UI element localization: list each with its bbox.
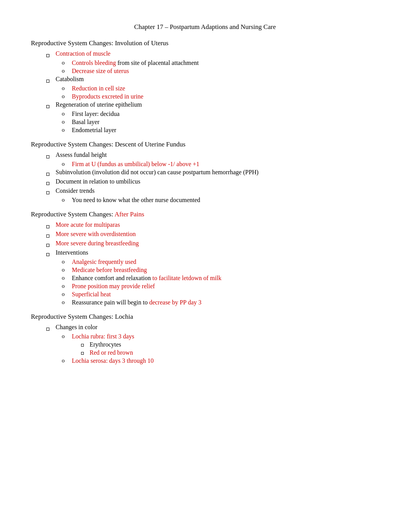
sub-symbol: o [62,93,70,100]
subsub-symbol [81,350,88,356]
sub-symbol: o [62,85,70,92]
sub-item-2-3-0: oAnalgesic frequently used [31,258,379,265]
subsub-item-3-0-0-0: Erythrocytes [31,341,379,348]
sub-text-0-2-2: Endometrial layer [72,127,379,134]
sub-text-2-3-2: Enhance comfort and relaxation to facili… [72,275,379,282]
sub-text-2-3-1: Medicate before breastfeeding [72,267,379,274]
sub-item-2-3-5: oReassurance pain will begin to decrease… [31,299,379,306]
section-heading-3: Reproductive System Changes: Lochia [31,313,379,321]
section-heading-2: Reproductive System Changes: After Pains [31,211,379,218]
bullet-item-0-1: Catabolism [31,76,379,83]
sub-item-0-0-1: oDecrease size of uterus [31,68,379,75]
bullet-item-1-1: Subinvolution (involution did not occur)… [31,169,379,177]
sub-item-3-0-0: oLochia rubra: first 3 days [31,333,379,340]
sub-item-0-2-0: oFirst layer: decidua [31,110,379,117]
bullet-text-2-1: More severe with overdistention [56,231,379,238]
bullet-symbol [46,104,53,109]
sub-symbol: o [62,68,70,74]
sub-text-0-2-0: First layer: decidua [72,110,379,117]
sub-symbol: o [62,333,70,340]
sub-symbol: o [62,357,70,364]
sub-text-1-3-0: You need to know what the other nurse do… [72,197,379,204]
sub-text-2-3-4: Superficial heat [72,291,379,298]
bullet-symbol [46,180,53,186]
bullet-item-0-2: Regeneration of uterine epithelium [31,101,379,109]
sub-item-0-1-1: oByproducts excreted in urine [31,93,379,100]
sub-text-0-0-0: Controls bleeding from site of placental… [72,59,379,66]
sub-item-2-3-1: oMedicate before breastfeeding [31,267,379,274]
sub-text-1-0-0: Firm at U (fundus as umbilical) below -1… [72,161,379,168]
section-heading-0: Reproductive System Changes: Involution … [31,39,379,47]
sub-item-0-1-0: oReduction in cell size [31,85,379,92]
bullet-item-2-2: More severe during breastfeeding [31,240,379,248]
bullet-symbol [46,53,53,58]
sub-symbol: o [62,267,70,273]
sub-symbol: o [62,110,70,117]
bullet-item-2-3: Interventions [31,249,379,257]
sub-text-3-0-1: Lochia serosa: days 3 through 10 [72,357,379,364]
sub-symbol: o [62,275,70,281]
bullet-item-1-0: Assess fundal height [31,151,379,159]
sub-text-3-0-0: Lochia rubra: first 3 days [72,333,379,340]
sub-text-2-3-3: Prone position may provide relief [72,283,379,290]
subsub-item-3-0-0-1: Red or red brown [31,349,379,356]
subsub-symbol [81,342,88,348]
bullet-symbol [46,78,53,83]
bullet-symbol [46,252,53,257]
bullet-text-1-2: Document in relation to umbilicus [56,178,379,185]
sub-item-0-2-1: oBasal layer [31,119,379,126]
bullet-text-1-1: Subinvolution (involution did not occur)… [56,169,379,176]
bullet-item-2-0: More acute for multiparas [31,221,379,229]
bullet-text-2-3: Interventions [56,249,379,256]
sub-text-0-0-1: Decrease size of uterus [72,68,379,75]
sub-item-0-0-0: oControls bleeding from site of placenta… [31,59,379,66]
sub-item-2-3-3: oProne position may provide relief [31,283,379,290]
bullet-text-2-0: More acute for multiparas [56,221,379,228]
page-title: Chapter 17 – Postpartum Adaptions and Nu… [31,23,379,31]
bullet-symbol [46,326,53,331]
bullet-text-1-3: Consider trends [56,187,379,194]
bullet-item-3-0: Changes in color [31,324,379,331]
sub-item-3-0-1: oLochia serosa: days 3 through 10 [31,357,379,364]
bullet-text-2-2: More severe during breastfeeding [56,240,379,247]
page-container: Chapter 17 – Postpartum Adaptions and Nu… [31,23,379,364]
sub-symbol: o [62,127,70,133]
sub-text-0-1-0: Reduction in cell size [72,85,379,92]
sub-item-2-3-4: oSuperficial heat [31,291,379,298]
sub-symbol: o [62,161,70,167]
sub-symbol: o [62,119,70,125]
sub-text-2-3-5: Reassurance pain will begin to decrease … [72,299,379,306]
bullet-symbol [46,233,53,238]
bullet-item-1-2: Document in relation to umbilicus [31,178,379,186]
bullet-item-1-3: Consider trends [31,187,379,195]
bullet-symbol [46,224,53,229]
bullet-item-0-0: Contraction of muscle [31,50,379,58]
sub-text-0-2-1: Basal layer [72,119,379,126]
bullet-text-1-0: Assess fundal height [56,151,379,158]
sub-symbol: o [62,197,70,203]
bullet-symbol [46,242,53,248]
bullet-text-3-0: Changes in color [56,324,379,331]
sub-text-2-3-0: Analgesic frequently used [72,258,379,265]
section-heading-1: Reproductive System Changes: Descent of … [31,141,379,148]
sub-text-0-1-1: Byproducts excreted in urine [72,93,379,100]
bullet-symbol [46,171,53,177]
subsub-text-3-0-0-1: Red or red brown [90,349,133,356]
sub-item-0-2-2: oEndometrial layer [31,127,379,134]
sub-symbol: o [62,59,70,66]
bullet-text-0-2: Regeneration of uterine epithelium [56,101,379,108]
bullet-text-0-0: Contraction of muscle [56,50,379,57]
bullet-text-0-1: Catabolism [56,76,379,83]
sub-symbol: o [62,283,70,289]
bullet-symbol [46,190,53,195]
sub-symbol: o [62,258,70,265]
sub-symbol: o [62,291,70,297]
sub-item-1-3-0: oYou need to know what the other nurse d… [31,197,379,204]
sub-item-2-3-2: oEnhance comfort and relaxation to facil… [31,275,379,282]
sub-item-1-0-0: oFirm at U (fundus as umbilical) below -… [31,161,379,168]
bullet-symbol [46,154,53,159]
sub-symbol: o [62,299,70,306]
subsub-text-3-0-0-0: Erythrocytes [90,341,121,348]
bullet-item-2-1: More severe with overdistention [31,231,379,238]
